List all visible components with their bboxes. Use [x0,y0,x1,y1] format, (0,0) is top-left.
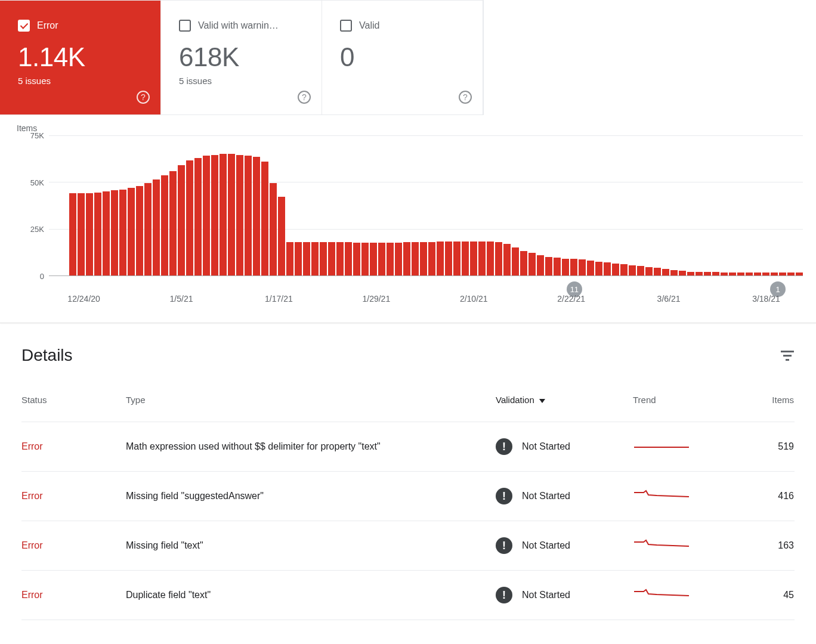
bar[interactable] [328,242,335,275]
bar[interactable] [771,273,778,275]
bar[interactable] [320,242,327,275]
bar[interactable] [253,157,260,275]
bar[interactable] [737,273,744,275]
bar[interactable] [236,155,243,275]
help-icon[interactable]: ? [137,91,150,104]
table-row[interactable]: ErrorMissing field "suggestedAnswer"!Not… [21,472,795,521]
th-type[interactable]: Type [126,395,496,405]
bar[interactable] [470,242,477,275]
bar[interactable] [570,259,577,275]
bar[interactable] [153,179,160,275]
bar[interactable] [729,273,736,275]
bar[interactable] [295,242,302,275]
bar[interactable] [420,242,427,275]
table-row[interactable]: ErrorMath expression used without $$ del… [21,422,795,472]
bar[interactable] [220,154,227,275]
bar[interactable] [787,273,795,275]
bar[interactable] [261,162,268,275]
bar[interactable] [654,268,661,275]
th-status[interactable]: Status [21,395,126,405]
checkbox-icon[interactable] [18,20,30,32]
bar[interactable] [779,273,786,275]
bar[interactable] [604,262,611,275]
checkbox-icon[interactable] [179,20,191,32]
th-validation[interactable]: Validation [496,395,633,405]
bar[interactable] [136,186,143,275]
bar[interactable] [178,165,185,275]
bar[interactable] [353,243,360,275]
bar[interactable] [462,242,469,275]
bar[interactable] [303,242,310,275]
bar[interactable] [336,242,344,275]
bar[interactable] [228,154,235,275]
table-row[interactable]: ErrorDuplicate field "text"!Not Started4… [21,571,795,620]
plot-area[interactable]: 11 1 [49,135,803,276]
bar[interactable] [345,242,352,275]
bar[interactable] [119,190,126,275]
bar[interactable] [512,247,519,275]
bar[interactable] [278,197,285,275]
bar[interactable] [620,264,628,275]
card-error[interactable]: Error 1.14K 5 issues ? [0,0,161,114]
bar[interactable] [478,242,486,275]
bar[interactable] [111,190,118,275]
checkbox-icon[interactable] [340,20,352,32]
card-valid-warnings[interactable]: Valid with warnin… 618K 5 issues ? [161,0,322,114]
bar[interactable] [437,242,444,275]
bar[interactable] [670,270,678,275]
bar[interactable] [762,273,769,275]
bar[interactable] [495,242,502,275]
bar[interactable] [579,259,586,275]
bar[interactable] [211,155,218,275]
bar[interactable] [144,183,152,275]
bar[interactable] [403,242,410,275]
bar[interactable] [637,266,644,275]
bar[interactable] [270,183,277,275]
bar[interactable] [629,265,636,275]
bar[interactable] [194,158,202,275]
bar[interactable] [612,264,619,275]
bar[interactable] [445,242,452,275]
bar[interactable] [128,188,135,275]
bar[interactable] [86,193,93,275]
bar[interactable] [554,258,561,275]
bar[interactable] [520,251,527,275]
bar[interactable] [487,242,494,275]
bar[interactable] [503,244,511,275]
bar[interactable] [286,242,293,275]
card-valid[interactable]: Valid 0 ? [322,0,483,114]
bar[interactable] [645,267,653,275]
bar[interactable] [69,193,76,275]
th-trend[interactable]: Trend [633,395,716,405]
bar[interactable] [562,259,569,275]
bar[interactable] [378,243,385,275]
bar[interactable] [161,175,168,275]
bar[interactable] [361,243,369,275]
bar[interactable] [545,257,552,275]
bar[interactable] [754,273,761,275]
bar[interactable] [169,171,177,275]
bar[interactable] [412,242,419,275]
bar[interactable] [587,261,594,275]
bar[interactable] [186,160,193,275]
th-items[interactable]: Items [716,395,794,405]
bar[interactable] [712,272,719,275]
bar[interactable] [245,156,252,275]
bar[interactable] [78,193,85,275]
bar[interactable] [662,269,669,275]
bar[interactable] [796,273,803,275]
bar[interactable] [94,193,101,275]
bar[interactable] [704,272,711,275]
bar[interactable] [687,272,694,275]
bar[interactable] [528,253,536,275]
bar[interactable] [203,156,210,275]
bar[interactable] [679,271,686,275]
bar[interactable] [428,242,435,275]
help-icon[interactable]: ? [298,91,311,104]
bar[interactable] [595,262,602,276]
bar[interactable] [721,273,728,275]
bar[interactable] [387,243,394,275]
bar[interactable] [395,243,402,275]
bar[interactable] [103,191,110,275]
help-icon[interactable]: ? [459,91,472,104]
